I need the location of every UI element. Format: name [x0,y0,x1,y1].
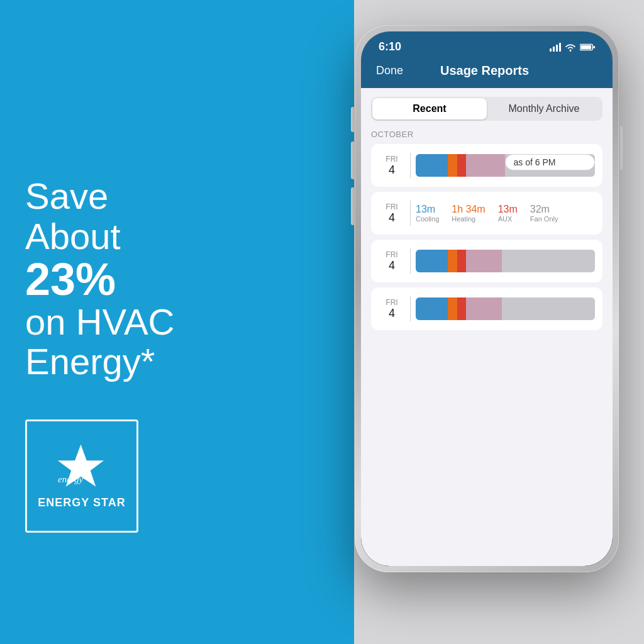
nav-bar: Done Usage Reports [361,57,613,88]
stat-cooling: 13m Cooling [416,204,439,223]
bar-seg-mauve-3 [466,250,502,272]
bar-seg-blue-1 [416,154,448,177]
signal-icon [550,43,561,52]
day-label-4: FRI 4 [379,298,405,320]
day-of-week-2: FRI [386,203,397,211]
content-area: OCTOBER FRI 4 [361,130,613,566]
stat-aux-value: 13m [498,204,518,215]
stat-heating: 1h 34m Heating [452,204,485,223]
phone-btn-vol-down [351,187,354,225]
bar-seg-mauve-1 [466,154,506,177]
energy-star-label: ENERGY STAR [38,496,125,509]
divider-1 [410,153,411,178]
as-of-badge: as of 6 PM [505,154,595,170]
left-panel: Save About 23% on HVAC Energy* energy EN… [25,176,233,533]
day-of-week-1: FRI [386,155,397,164]
section-label: OCTOBER [371,130,602,139]
svg-rect-3 [553,47,555,52]
bar-seg-red-3 [457,250,466,272]
stat-heating-value: 1h 34m [452,204,485,215]
divider-4 [410,296,411,321]
stat-aux-label: AUX [498,215,518,223]
usage-row-1[interactable]: FRI 4 as of 6 PM [371,144,602,187]
svg-rect-2 [550,48,552,52]
bar-seg-red-4 [457,297,466,320]
svg-rect-9 [593,46,595,48]
day-label-1: FRI 4 [379,155,405,177]
svg-rect-5 [559,43,561,52]
stat-cooling-label: Cooling [416,215,439,223]
phone-btn-silent [351,107,354,132]
energy-star-svg: energy [50,443,113,494]
divider-3 [410,248,411,274]
svg-rect-8 [580,45,591,48]
phone-inner: 6:10 [361,31,613,566]
nav-title: Usage Reports [440,64,529,78]
tab-recent[interactable]: Recent [372,98,487,119]
status-icons [550,43,595,52]
stat-aux: 13m AUX [498,204,518,223]
energy-star-logo: energy ENERGY STAR [25,419,138,533]
stat-cooling-value: 13m [416,204,439,215]
bar-chart-4 [416,297,595,320]
svg-rect-4 [556,45,558,52]
divider-2 [410,201,411,226]
bar-chart-3 [416,250,595,272]
day-of-month-3: 4 [389,259,395,272]
svg-point-6 [570,49,572,51]
bar-seg-gray-3 [502,250,595,272]
day-of-month-1: 4 [389,164,395,177]
phone-btn-power [619,126,623,170]
stat-fan: 32m Fan Only [530,204,558,223]
phone-outer: 6:10 [355,25,619,572]
nav-done-button[interactable]: Done [376,64,403,77]
stat-fan-value: 32m [530,204,558,215]
day-label-3: FRI 4 [379,250,405,272]
percent-highlight: 23% [25,257,233,302]
phone-screen: 6:10 [361,31,613,566]
bar-seg-orange-4 [448,297,457,320]
day-label-2: FRI 4 [379,203,405,225]
bar-seg-gray-1: as of 6 PM [505,154,595,177]
bar-seg-blue-3 [416,250,448,272]
day-of-week-4: FRI [386,298,397,307]
usage-row-4[interactable]: FRI 4 [371,287,602,330]
phone-notch [446,31,528,53]
day-of-month-4: 4 [389,307,395,320]
wifi-icon [565,43,576,52]
day-of-month-2: 4 [389,211,395,225]
bar-chart-1: as of 6 PM [416,154,595,177]
stat-heating-label: Heating [452,215,485,223]
phone-btn-vol-up [351,142,354,179]
bar-seg-mauve-4 [466,297,502,320]
usage-row-stats[interactable]: FRI 4 13m Cooling 1h 34m Heating [371,192,602,235]
bar-seg-red-1 [457,154,466,177]
bar-seg-orange-3 [448,250,457,272]
day-of-week-3: FRI [386,250,397,259]
usage-row-3[interactable]: FRI 4 [371,240,602,282]
phone-wrapper: 6:10 [355,25,619,616]
stat-fan-label: Fan Only [530,215,558,223]
status-time: 6:10 [379,40,401,53]
bar-seg-gray-4 [502,297,595,320]
save-line1: Save About [25,176,233,257]
segmented-control: Recent Monthly Archive [371,97,602,121]
bar-seg-blue-4 [416,297,448,320]
tab-monthly-archive[interactable]: Monthly Archive [487,98,601,119]
bar-seg-orange-1 [448,154,457,177]
battery-icon [580,43,595,52]
svg-text:energy: energy [58,474,84,484]
hvac-text: on HVAC Energy* [25,302,233,382]
